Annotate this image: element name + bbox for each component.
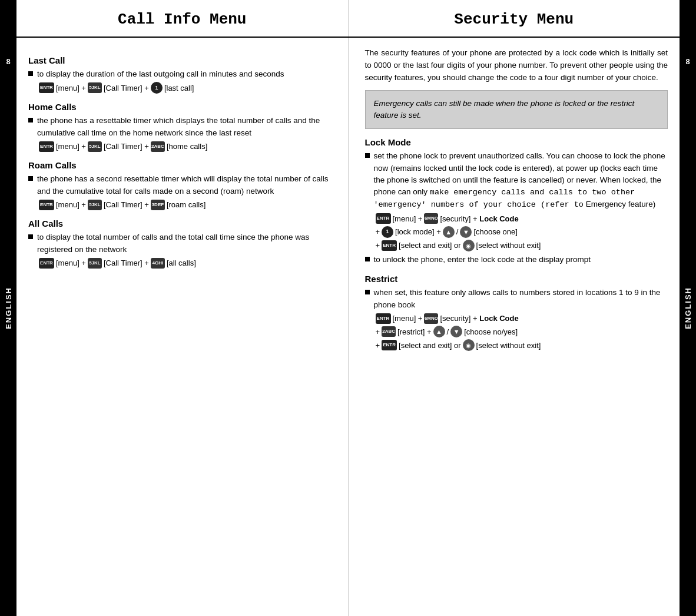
cmd-text: [security] + Lock Code	[440, 213, 518, 225]
cmd-text: [select and exit] or	[399, 240, 461, 251]
enter-icon-r2: ENTR	[382, 340, 397, 350]
cmd-text: [select without exit]	[476, 240, 541, 251]
cmd-text: [menu] +	[56, 141, 86, 153]
select-icon-r: ◉	[463, 339, 475, 351]
slash-text-r: /	[447, 326, 449, 338]
cmd-text: [last call]	[164, 82, 194, 94]
cmd-text: [choose one]	[473, 226, 517, 238]
cmd-line-lock-3: + ENTR [select and exit] or ◉ [select wi…	[376, 240, 668, 251]
page-container: ENGLISH Call Info Menu Security Menu 8 8…	[0, 0, 696, 616]
cmd-text: [menu] +	[393, 213, 423, 225]
bullet-square	[365, 257, 370, 261]
cmd-text: [choose no/yes]	[464, 326, 518, 338]
bullet-square	[28, 71, 33, 76]
num5-icon: 5JKL	[88, 141, 102, 152]
enter-icon: ENTR	[39, 258, 54, 269]
intro-paragraph: The security features of your phone are …	[365, 47, 668, 84]
right-side-tab: ENGLISH	[680, 0, 696, 616]
num2-icon-r: 2ABC	[382, 326, 396, 337]
cmd-text: [lock mode] +	[395, 226, 441, 238]
enter-icon: ENTR	[376, 213, 391, 224]
lock-mode-heading: Lock Mode	[365, 137, 668, 147]
cmd-text: [select and exit] or	[399, 340, 461, 352]
left-column: 8 8.9 Last Call to display the duration …	[16, 38, 349, 616]
section-all-calls: All Calls to display the total number of…	[28, 218, 332, 269]
cmd-text: [select without exit]	[476, 340, 541, 352]
cmd-line-restrict-3: + ENTR [select and exit] or ◉ [select wi…	[376, 339, 668, 351]
enter-icon: ENTR	[39, 82, 54, 93]
page-num-left: 8	[0, 53, 16, 69]
left-tab-label: ENGLISH	[4, 287, 13, 329]
section-home-calls-heading: Home Calls	[28, 102, 332, 112]
cmd-line-lock-1: ENTR [menu] + 6MNO [security] + Lock Cod…	[376, 213, 668, 225]
cmd-text: [Call Timer] +	[104, 82, 149, 94]
bullet-text: to unlock the phone, enter the lock code…	[374, 254, 668, 266]
page-num-right: 8	[680, 53, 696, 69]
emergency-note-text: Emergency calls can still be made when t…	[374, 99, 635, 120]
select-icon: ◉	[463, 240, 475, 251]
cmd-text: [restrict] +	[397, 326, 431, 338]
bullet-text: the phone has a second resettable timer …	[37, 173, 332, 197]
restrict-section: Restrict when set, this feature only all…	[365, 274, 668, 351]
num5-icon: 5JKL	[88, 258, 102, 269]
cmd-text: [menu] +	[393, 313, 423, 324]
num5-icon: 5JKL	[88, 82, 102, 93]
bullet-text: set the phone lock to prevent unauthoriz…	[374, 150, 668, 211]
bullet-text: the phone has a resettable timer which d…	[37, 115, 332, 139]
cmd-text: [roam calls]	[167, 199, 206, 211]
cmd-line: ENTR [menu] + 5JKL [Call Timer] + 3DEF […	[39, 199, 332, 211]
enter-icon: ENTR	[39, 141, 54, 152]
list-item-restrict: when set, this feature only allows calls…	[365, 287, 668, 311]
bullet-text: when set, this feature only allows calls…	[374, 287, 668, 311]
title-right: Security Menu	[349, 0, 680, 37]
bullet-square	[28, 176, 33, 181]
columns: 8 8.9 Last Call to display the duration …	[16, 38, 680, 616]
cmd-text: +	[376, 240, 380, 251]
cmd-text: [home calls]	[167, 141, 207, 153]
bullet-square	[365, 153, 370, 158]
section-all-calls-heading: All Calls	[28, 218, 332, 228]
enter-icon-2: ENTR	[382, 240, 397, 251]
right-tab-label: ENGLISH	[684, 287, 692, 329]
list-item: to display the duration of the last outg…	[28, 68, 332, 80]
cmd-text: [menu] +	[56, 257, 86, 269]
right-column: 8 8.10 The security features of your pho…	[349, 38, 680, 616]
cmd-text: [Call Timer] +	[104, 199, 149, 211]
section-last-call-heading: Last Call	[28, 55, 332, 65]
list-item: the phone has a resettable timer which d…	[28, 115, 332, 139]
cmd-text: +	[376, 326, 380, 338]
cmd-line: ENTR [menu] + 5JKL [Call Timer] + 2ABC […	[39, 141, 332, 153]
inner-content: Call Info Menu Security Menu 8 8.9 Last …	[16, 0, 680, 616]
num1-icon: 1	[151, 82, 163, 94]
page-ref-left: 8.9	[0, 72, 3, 80]
page-ref-right: 8.10	[690, 72, 696, 80]
num3-icon: 3DEF	[151, 200, 165, 210]
restrict-heading: Restrict	[365, 274, 668, 284]
cmd-text: +	[376, 226, 380, 238]
cmd-text: [menu] +	[56, 82, 86, 94]
cmd-text: [Call Timer] +	[104, 141, 149, 153]
titles-row: Call Info Menu Security Menu	[16, 0, 680, 38]
section-roam-calls-heading: Roam Calls	[28, 160, 332, 170]
slash-text: /	[456, 226, 459, 238]
title-left: Call Info Menu	[16, 0, 349, 37]
list-item: set the phone lock to prevent unauthoriz…	[365, 150, 668, 211]
list-item-unlock: to unlock the phone, enter the lock code…	[365, 254, 668, 266]
num2-icon: 2ABC	[151, 141, 165, 152]
down-icon: ▼	[460, 226, 472, 238]
list-item: the phone has a second resettable timer …	[28, 173, 332, 197]
list-item: to display the total number of calls and…	[28, 231, 332, 256]
cmd-text: +	[376, 340, 380, 352]
cmd-text: [security] + Lock Code	[440, 313, 518, 324]
num1-icon-2: 1	[382, 226, 393, 238]
num6-icon: 6MNO	[424, 213, 438, 224]
cmd-line-restrict-1: ENTR [menu] + 6MNO [security] + Lock Cod…	[376, 313, 668, 324]
down-icon-r: ▼	[450, 326, 462, 337]
emergency-note-box: Emergency calls can still be made when t…	[365, 90, 668, 130]
num4-icon: 4GHI	[151, 258, 165, 269]
section-roam-calls: Roam Calls the phone has a second resett…	[28, 160, 332, 210]
up-icon: ▲	[443, 226, 455, 238]
bullet-text: to display the total number of calls and…	[37, 231, 332, 256]
enter-icon: ENTR	[39, 200, 54, 210]
bullet-square	[28, 118, 33, 122]
